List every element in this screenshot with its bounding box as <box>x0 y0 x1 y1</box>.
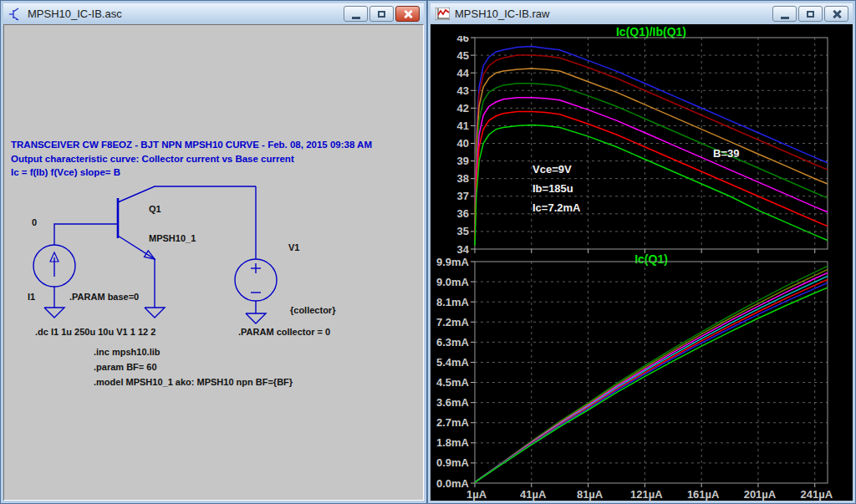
y-tick-label: 40 <box>457 137 469 150</box>
trace-beta-vce-magenta <box>475 98 828 235</box>
schematic-header-line2: Output characteristic curve: Collector c… <box>11 154 294 164</box>
include-directive-label: .inc mpsh10.lib <box>94 347 160 357</box>
y-tick-label: 35 <box>457 225 469 237</box>
y-tick-label: 1.8mA <box>436 436 470 449</box>
maximize-button-raw[interactable] <box>798 6 823 22</box>
y-tick-label: 0.0mA <box>436 477 470 490</box>
y-tick-label: 44 <box>457 67 470 79</box>
trace-beta-vce-maroon <box>475 55 828 219</box>
maximize-button[interactable] <box>369 6 394 22</box>
minimize-button[interactable] <box>344 6 368 22</box>
y-tick-label: 9.0mA <box>436 276 470 288</box>
dc-command-label: .dc I1 1u 250u 10u V1 1 12 2 <box>35 327 155 337</box>
y-tick-label: 8.1mA <box>436 296 470 308</box>
y-tick-label: 42 <box>457 102 469 115</box>
annotation-beta: B=39 <box>713 147 739 160</box>
minimize-icon <box>352 17 360 19</box>
schematic-header-line3: Ic = f(Ib) f(Vce) slope= B <box>11 167 120 177</box>
close-button[interactable] <box>395 6 420 22</box>
transistor-app-icon <box>8 8 23 21</box>
waveform-titlebar[interactable]: MPSH10_IC-IB.raw <box>431 3 853 24</box>
v1-ref-label: V1 <box>288 242 299 252</box>
y-tick-label: 2.7mA <box>436 416 470 429</box>
x-tick-label: 81µA <box>577 488 604 501</box>
ic-vs-ib-plot[interactable]: 9.9mA9.0mA8.1mA7.2mA6.3mA5.4mA4.5mA3.6mA… <box>431 256 853 501</box>
y-tick-label: 0.9mA <box>436 456 470 469</box>
trace-beta-vce-darkgreen <box>475 84 828 230</box>
annotation-vce: Vce=9V <box>532 163 572 176</box>
y-tick-label: 39 <box>457 155 469 167</box>
x-tick-label: 121µA <box>630 488 663 501</box>
i1-ref-label: I1 <box>28 292 35 302</box>
close-icon <box>403 9 413 19</box>
schematic-canvas[interactable]: TRANSCEIVER CW F8EOZ - BJT NPN MPSH10 CU… <box>3 24 424 501</box>
schematic-drawing <box>4 25 424 501</box>
schematic-header-line1: TRANSCEIVER CW F8EOZ - BJT NPN MPSH10 CU… <box>11 140 372 150</box>
y-tick-label: 45 <box>457 49 469 62</box>
y-tick-label: 5.4mA <box>436 356 470 369</box>
x-tick-label: 1µA <box>466 488 487 501</box>
trace-ic-green <box>475 288 828 482</box>
y-tick-label: 46 <box>457 36 469 44</box>
y-tick-label: 3.6mA <box>436 396 470 409</box>
param-base-label: .PARAM base=0 <box>69 292 139 302</box>
y-tick-label: 7.2mA <box>436 316 470 328</box>
collector-node-label: {collector} <box>290 305 335 315</box>
annotation-ic: Ic=7.2mA <box>532 201 580 214</box>
x-tick-label: 241µA <box>800 488 833 501</box>
y-tick-label: 4.5mA <box>436 376 470 389</box>
close-icon <box>832 9 842 19</box>
maximize-icon <box>378 11 385 18</box>
minimize-button-raw[interactable] <box>772 6 797 22</box>
annotation-ib: Ib=185u <box>532 182 573 195</box>
x-tick-label: 201µA <box>744 488 777 501</box>
y-tick-label: 37 <box>457 190 469 202</box>
desktop: MPSH10_IC-IB.asc <box>0 0 856 504</box>
param-collector-label: .PARAM collector = 0 <box>238 327 330 337</box>
model-directive-label: .model MPSH10_1 ako: MPSH10 npn BF={BF} <box>94 377 293 387</box>
waveform-window-title: MPSH10_IC-IB.raw <box>455 8 767 20</box>
y-tick-label: 41 <box>457 120 469 132</box>
schematic-titlebar[interactable]: MPSH10_IC-IB.asc <box>3 3 424 24</box>
trace-ic-red <box>475 279 828 482</box>
beta-vs-ib-plot[interactable]: 46454443424140393837363534 <box>431 36 853 255</box>
y-tick-label: 38 <box>457 172 469 185</box>
maximize-icon <box>807 11 814 18</box>
y-tick-label: 6.3mA <box>436 336 470 349</box>
waveform-window: MPSH10_IC-IB.raw Ic(Q1)/Ib(Q1) 464544434… <box>427 0 856 504</box>
waveform-app-icon <box>435 8 450 21</box>
param-bf-label: .param BF= 60 <box>94 362 157 372</box>
trace-beta-vce-red <box>475 112 828 241</box>
q1-model-label: MPSH10_1 <box>149 233 196 243</box>
minimize-icon <box>781 17 789 19</box>
schematic-window: MPSH10_IC-IB.asc <box>0 0 427 504</box>
schematic-window-title: MPSH10_IC-IB.asc <box>28 8 339 20</box>
x-tick-label: 161µA <box>687 488 720 501</box>
waveform-client: Ic(Q1)/Ib(Q1) 46454443424140393837363534… <box>431 24 853 501</box>
y-tick-label: 9.9mA <box>436 256 470 268</box>
q1-ref-label: Q1 <box>149 204 161 214</box>
close-button-raw[interactable] <box>824 6 848 22</box>
y-tick-label: 34 <box>457 243 470 256</box>
y-tick-label: 36 <box>457 207 469 220</box>
x-tick-label: 41µA <box>520 488 547 501</box>
node-0-label: 0 <box>32 217 37 227</box>
y-tick-label: 43 <box>457 84 469 97</box>
